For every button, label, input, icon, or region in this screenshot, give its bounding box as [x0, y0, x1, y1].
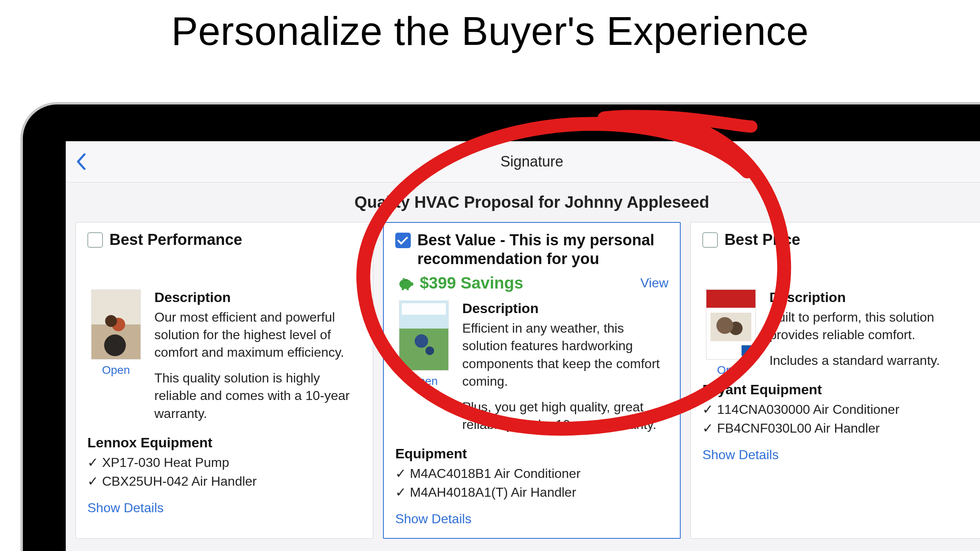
show-details-link[interactable]: Show Details — [87, 500, 164, 515]
savings-left: $399 Savings — [398, 274, 523, 292]
show-details-link[interactable]: Show Details — [702, 447, 779, 462]
description-column: Description Built to perform, this solut… — [769, 289, 976, 378]
thumbnail-column: Open — [87, 289, 145, 431]
description-text: Built to perform, this solution provides… — [769, 309, 976, 370]
equipment-heading: Bryant Equipment — [702, 382, 976, 398]
card-header: Best Value - This is my personal recomme… — [395, 231, 668, 274]
thumbnail-column: Open — [702, 289, 760, 378]
proposal-card-best-performance[interactable]: Best Performance Open Description Our mo… — [76, 222, 373, 539]
card-header: Best Performance — [87, 231, 361, 255]
equipment-item: 114CNA030000 Air Conditioner — [702, 400, 976, 419]
svg-point-0 — [399, 279, 412, 289]
description-p2: Includes a standard warranty. — [769, 352, 976, 369]
description-heading: Description — [462, 300, 668, 316]
product-thumbnail[interactable] — [91, 289, 141, 360]
equipment-list: XP17-030 Heat Pump CBX25UH-042 Air Handl… — [87, 453, 361, 491]
navbar: Signature — [66, 141, 980, 182]
svg-point-5 — [402, 282, 403, 283]
svg-rect-1 — [410, 282, 413, 286]
description-column: Description Efficient in any weather, th… — [462, 300, 668, 442]
description-row: Open Description Built to perform, this … — [702, 289, 976, 378]
product-thumbnail[interactable] — [399, 300, 449, 371]
description-p2: Plus, you get high quality, great reliab… — [462, 398, 668, 433]
product-thumbnail[interactable] — [706, 289, 756, 360]
description-p2: This quality solution is highly reliable… — [154, 369, 361, 422]
tablet-screen: Signature Quality HVAC Proposal for John… — [66, 141, 980, 551]
navbar-title: Signature — [66, 153, 980, 170]
select-checkbox[interactable] — [395, 233, 411, 248]
description-p1: Efficient in any weather, this solution … — [462, 320, 668, 390]
proposal-title: Quality HVAC Proposal for Johnny Applese… — [76, 193, 980, 211]
back-button[interactable] — [76, 153, 86, 170]
open-link[interactable]: Open — [395, 375, 452, 388]
card-title: Best Value - This is my personal recomme… — [417, 231, 668, 268]
description-heading: Description — [769, 289, 976, 305]
energy-badge-icon — [742, 345, 752, 356]
cards-row: Best Performance Open Description Our mo… — [76, 222, 980, 539]
description-p1: Our most efficient and powerful solution… — [154, 309, 361, 362]
svg-rect-4 — [403, 279, 408, 280]
open-link[interactable]: Open — [702, 364, 760, 377]
savings-text: $399 Savings — [420, 274, 523, 292]
savings-row: $399 Savings View — [395, 274, 668, 292]
tablet-frame: Signature Quality HVAC Proposal for John… — [20, 102, 980, 551]
card-title: Best Performance — [109, 231, 242, 249]
description-p1: Built to perform, this solution provides… — [769, 309, 976, 344]
description-text: Our most efficient and powerful solution… — [154, 309, 361, 422]
show-details-link[interactable]: Show Details — [395, 511, 472, 527]
select-checkbox[interactable] — [702, 232, 718, 248]
chevron-left-icon — [76, 153, 86, 170]
equipment-item: M4AH4018A1(T) Air Handler — [395, 483, 668, 502]
svg-rect-2 — [402, 288, 404, 290]
description-row: Open Description Our most efficient and … — [87, 289, 361, 431]
equipment-item: M4AC4018B1 Air Conditioner — [395, 464, 668, 483]
view-link[interactable]: View — [640, 276, 668, 291]
card-header: Best Price — [702, 231, 976, 255]
equipment-heading: Equipment — [395, 446, 668, 462]
content: Quality HVAC Proposal for Johnny Applese… — [66, 193, 980, 539]
description-heading: Description — [154, 289, 361, 305]
piggy-bank-icon — [398, 276, 414, 290]
equipment-list: M4AC4018B1 Air Conditioner M4AH4018A1(T)… — [395, 464, 668, 502]
equipment-heading: Lennox Equipment — [87, 435, 361, 451]
proposal-card-best-price[interactable]: Best Price Open Description — [690, 222, 980, 539]
open-link[interactable]: Open — [87, 364, 145, 377]
card-title: Best Price — [724, 231, 800, 249]
description-column: Description Our most efficient and power… — [154, 289, 361, 431]
equipment-item: XP17-030 Heat Pump — [87, 453, 361, 472]
description-text: Efficient in any weather, this solution … — [462, 320, 668, 433]
slide-title: Personalize the Buyer's Experience — [0, 8, 980, 54]
thumbnail-column: Open — [395, 300, 452, 442]
select-checkbox[interactable] — [87, 232, 103, 248]
description-row: Open Description Efficient in any weathe… — [395, 300, 668, 442]
equipment-item: FB4CNF030L00 Air Handler — [702, 419, 976, 438]
equipment-list: 114CNA030000 Air Conditioner FB4CNF030L0… — [702, 400, 976, 438]
proposal-card-best-value[interactable]: Best Value - This is my personal recomme… — [383, 222, 681, 539]
svg-rect-3 — [407, 288, 409, 290]
equipment-item: CBX25UH-042 Air Handler — [87, 472, 361, 491]
